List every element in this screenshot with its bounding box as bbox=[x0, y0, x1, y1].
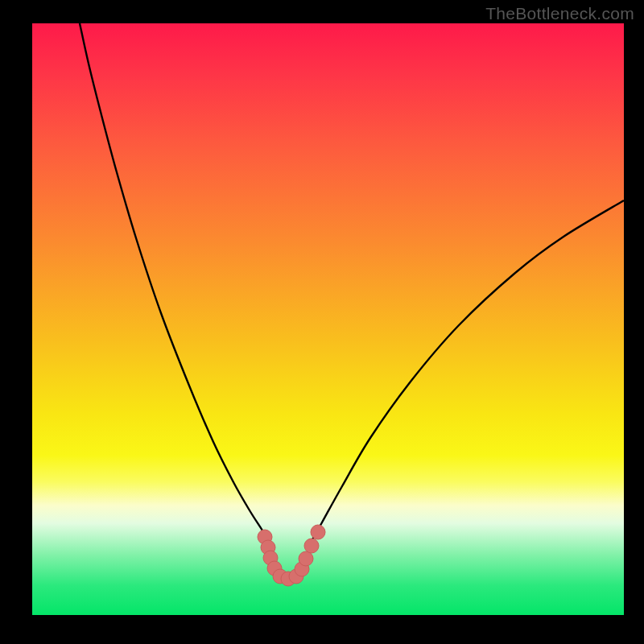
right-bottleneck-curve bbox=[311, 200, 624, 543]
data-marker bbox=[304, 539, 319, 553]
plot-area bbox=[32, 23, 624, 615]
marker-group bbox=[258, 525, 325, 586]
data-marker bbox=[299, 551, 313, 566]
watermark-text: TheBottleneck.com bbox=[485, 4, 634, 23]
chart-svg bbox=[32, 23, 624, 615]
data-marker bbox=[311, 525, 325, 539]
left-bottleneck-curve bbox=[80, 23, 270, 543]
chart-frame: TheBottleneck.com bbox=[0, 0, 644, 644]
